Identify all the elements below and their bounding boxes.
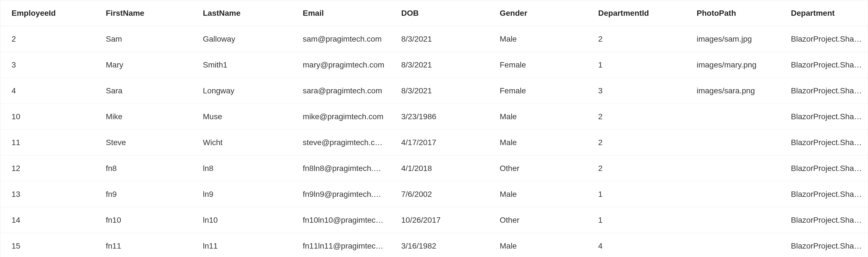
cell-dob: 3/23/1986 <box>390 104 489 129</box>
table-row[interactable]: 3 Mary Smith1 mary@pragimtech.com 8/3/20… <box>0 52 868 78</box>
cell-departmentid: 3 <box>587 78 685 103</box>
table-row[interactable]: 12 fn8 ln8 fn8ln8@pragimtech.com 4/1/201… <box>0 156 868 181</box>
cell-departmentid: 1 <box>587 181 685 207</box>
cell-gender: Other <box>489 207 587 233</box>
cell-departmentid: 2 <box>587 156 685 181</box>
col-header-email[interactable]: Email <box>291 0 390 26</box>
cell-lastname: Muse <box>192 104 291 129</box>
table-row[interactable]: 2 Sam Galloway sam@pragimtech.com 8/3/20… <box>0 26 868 52</box>
cell-department: BlazorProject.Shared <box>780 130 868 155</box>
cell-gender: Male <box>489 233 587 257</box>
cell-photopath <box>685 130 780 155</box>
table-row[interactable]: 10 Mike Muse mike@pragimtech.com 3/23/19… <box>0 104 868 130</box>
cell-employeeid: 15 <box>0 233 95 257</box>
cell-email: fn10ln10@pragimtech.com <box>291 207 390 233</box>
cell-employeeid: 13 <box>0 181 95 207</box>
col-header-department[interactable]: Department <box>780 0 868 26</box>
cell-lastname: ln8 <box>192 156 291 181</box>
table-row[interactable]: 14 fn10 ln10 fn10ln10@pragimtech.com 10/… <box>0 207 868 233</box>
cell-employeeid: 14 <box>0 207 95 233</box>
cell-gender: Male <box>489 26 587 52</box>
cell-gender: Male <box>489 181 587 207</box>
cell-dob: 8/3/2021 <box>390 26 489 52</box>
cell-departmentid: 1 <box>587 52 685 77</box>
cell-employeeid: 11 <box>0 130 95 155</box>
cell-lastname: Smith1 <box>192 52 291 77</box>
cell-employeeid: 3 <box>0 52 95 77</box>
cell-firstname: fn8 <box>95 156 192 181</box>
table-row[interactable]: 4 Sara Longway sara@pragimtech.com 8/3/2… <box>0 78 868 104</box>
cell-email: sara@pragimtech.com <box>291 78 390 103</box>
cell-department: BlazorProject.Shared <box>780 104 868 129</box>
cell-photopath: images/mary.png <box>685 52 780 77</box>
cell-department: BlazorProject.Shared <box>780 52 868 77</box>
cell-email: mary@pragimtech.com <box>291 52 390 77</box>
cell-email: fn9ln9@pragimtech.com <box>291 181 390 207</box>
table-row[interactable]: 15 fn11 ln11 fn11ln11@pragimtech.com 3/1… <box>0 233 868 257</box>
cell-lastname: Galloway <box>192 26 291 52</box>
cell-email: fn11ln11@pragimtech.com <box>291 233 390 257</box>
cell-firstname: Sam <box>95 26 192 52</box>
col-header-firstname[interactable]: FirstName <box>95 0 192 26</box>
cell-photopath <box>685 207 780 233</box>
cell-photopath <box>685 156 780 181</box>
cell-departmentid: 2 <box>587 130 685 155</box>
cell-lastname: Wicht <box>192 130 291 155</box>
cell-lastname: ln10 <box>192 207 291 233</box>
cell-dob: 4/1/2018 <box>390 156 489 181</box>
cell-lastname: ln9 <box>192 181 291 207</box>
cell-gender: Male <box>489 130 587 155</box>
cell-dob: 7/6/2002 <box>390 181 489 207</box>
cell-department: BlazorProject.Shared <box>780 181 868 207</box>
cell-department: BlazorProject.Shared <box>780 156 868 181</box>
cell-employeeid: 12 <box>0 156 95 181</box>
table-row[interactable]: 13 fn9 ln9 fn9ln9@pragimtech.com 7/6/200… <box>0 181 868 207</box>
col-header-gender[interactable]: Gender <box>489 0 587 26</box>
cell-email: fn8ln8@pragimtech.com <box>291 156 390 181</box>
col-header-departmentid[interactable]: DepartmentId <box>587 0 685 26</box>
cell-dob: 8/3/2021 <box>390 52 489 77</box>
cell-employeeid: 10 <box>0 104 95 129</box>
cell-employeeid: 4 <box>0 78 95 103</box>
cell-department: BlazorProject.Shared <box>780 78 868 103</box>
cell-department: BlazorProject.Shared <box>780 26 868 52</box>
cell-email: mike@pragimtech.com <box>291 104 390 129</box>
cell-email: sam@pragimtech.com <box>291 26 390 52</box>
cell-department: BlazorProject.Shared <box>780 233 868 257</box>
table-header-row: EmployeeId FirstName LastName Email DOB … <box>0 0 868 26</box>
cell-firstname: Steve <box>95 130 192 155</box>
cell-dob: 8/3/2021 <box>390 78 489 103</box>
cell-dob: 10/26/2017 <box>390 207 489 233</box>
cell-dob: 3/16/1982 <box>390 233 489 257</box>
col-header-lastname[interactable]: LastName <box>192 0 291 26</box>
cell-gender: Other <box>489 156 587 181</box>
cell-gender: Female <box>489 52 587 77</box>
cell-firstname: fn11 <box>95 233 192 257</box>
cell-lastname: ln11 <box>192 233 291 257</box>
cell-departmentid: 2 <box>587 26 685 52</box>
employee-grid: EmployeeId FirstName LastName Email DOB … <box>0 0 868 257</box>
cell-photopath <box>685 181 780 207</box>
cell-departmentid: 4 <box>587 233 685 257</box>
cell-employeeid: 2 <box>0 26 95 52</box>
cell-email: steve@pragimtech.com <box>291 130 390 155</box>
cell-firstname: Mike <box>95 104 192 129</box>
table-row[interactable]: 11 Steve Wicht steve@pragimtech.com 4/17… <box>0 130 868 156</box>
cell-photopath: images/sara.png <box>685 78 780 103</box>
cell-photopath <box>685 104 780 129</box>
cell-department: BlazorProject.Shared <box>780 207 868 233</box>
cell-firstname: Mary <box>95 52 192 77</box>
cell-photopath <box>685 233 780 257</box>
cell-firstname: Sara <box>95 78 192 103</box>
cell-firstname: fn9 <box>95 181 192 207</box>
cell-gender: Female <box>489 78 587 103</box>
cell-gender: Male <box>489 104 587 129</box>
cell-firstname: fn10 <box>95 207 192 233</box>
cell-photopath: images/sam.jpg <box>685 26 780 52</box>
cell-lastname: Longway <box>192 78 291 103</box>
col-header-dob[interactable]: DOB <box>390 0 489 26</box>
col-header-photopath[interactable]: PhotoPath <box>685 0 780 26</box>
cell-dob: 4/17/2017 <box>390 130 489 155</box>
col-header-employeeid[interactable]: EmployeeId <box>0 0 95 26</box>
cell-departmentid: 2 <box>587 104 685 129</box>
